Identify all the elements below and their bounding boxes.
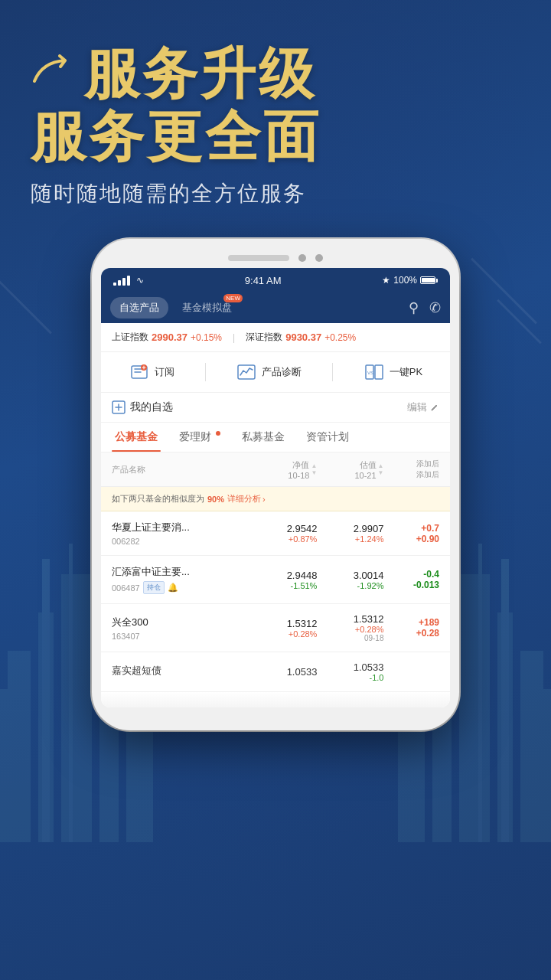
signal-bars [113,275,130,286]
th-nav: 净值 10-18 ▲ ▼ [250,459,317,480]
status-bar: ∿ 9:41 AM ★ 100% [101,268,450,292]
battery-tip [436,279,438,283]
nav-icons: ⚲ ✆ [409,299,441,316]
favorites-header: 我的自选 编辑 [101,393,450,423]
fund-est-4: 1.0533 -1.0 [317,662,383,682]
header-section: 服务升级 服务更全面 随时随地随需的全方位服务 [0,0,551,224]
fund-code-1: 006282 [112,537,140,546]
status-left: ∿ [113,275,144,286]
est-sort-arrows[interactable]: ▲ ▼ [378,463,384,476]
nav-tab-zixuan[interactable]: 自选产品 [110,297,168,318]
signal-bar-4 [127,276,130,286]
diagnose-icon [236,361,257,383]
search-icon[interactable]: ⚲ [409,299,419,316]
phone-bottom-fade [101,692,450,707]
sz-index: 深证指数 9930.37 +0.25% [246,331,356,344]
fund-name-1: 华夏上证主要消... [112,521,250,534]
subscribe-icon [129,361,150,383]
cat-tab-simu[interactable]: 私募基金 [239,423,288,452]
fund-code-row-1: 006282 [112,537,250,546]
nav-tab-jijin[interactable]: 基金模拟盘 NEW [173,297,241,318]
fund-code-2: 006487 [112,583,140,593]
hero-title-row2: 服务更全面 [31,109,520,164]
similarity-notice: 如下两只基金的相似度为 90% 详细分析 › [101,487,450,511]
fund-info-1: 华夏上证主要消... 006282 [112,521,250,546]
fund-list: 华夏上证主要消... 006282 2.9542 +0.87% 2.9907 +… [101,511,450,692]
fund-name-3: 兴全300 [112,616,250,629]
fund-est-1: 2.9907 +1.24% [317,523,383,544]
fund-row-2[interactable]: 汇添富中证主要... 006487 持仓 🔔 2.9448 -1.51% 3.0… [101,556,450,604]
fund-name-4: 嘉实超短债 [112,664,250,678]
sh-index-name: 上证指数 [112,331,148,344]
hero-title-line2: 服务更全面 [31,106,321,167]
svg-rect-20 [375,365,383,379]
fund-info-3: 兴全300 163407 [112,616,250,641]
fund-nav-2: 2.9448 -1.51% [250,570,317,590]
app-nav: 自选产品 基金模拟盘 NEW ⚲ ✆ [101,292,450,323]
aili-dot [216,431,220,436]
battery-pct: 100% [393,275,417,286]
star-icon [112,400,126,414]
similarity-link[interactable]: 详细分析 › [227,493,266,505]
sz-index-name: 深证指数 [246,331,282,344]
subscribe-label: 订阅 [155,365,174,379]
quick-actions: 订阅 产品诊断 VS 一键PK [101,352,450,393]
signal-bar-1 [113,283,116,286]
action-subscribe[interactable]: 订阅 [129,361,174,383]
fund-info-2: 汇添富中证主要... 006487 持仓 🔔 [112,565,250,594]
wifi-icon: ∿ [136,275,144,286]
hero-title-row1: 服务升级 [31,46,520,101]
fund-nav-3: 1.5312 +0.28% [250,618,317,639]
fund-code-3: 163407 [112,632,140,641]
th-product-name: 产品名称 [112,464,250,475]
similarity-text: 如下两只基金的相似度为 [112,493,204,505]
cat-tab-aili[interactable]: 爱理财 [176,423,223,452]
hold-badge-2: 持仓 [143,581,165,594]
sh-index-change: +0.15% [191,332,222,343]
signal-bar-2 [118,280,121,286]
phone-mockup: ∿ 9:41 AM ★ 100% [92,239,459,730]
battery-icon [420,276,438,284]
hero-title-line1: 服务升级 [84,46,317,101]
table-header: 产品名称 净值 10-18 ▲ ▼ 估值 10-21 [101,452,450,487]
new-badge: NEW [223,294,243,302]
pk-icon: VS [364,361,385,383]
nav-tabs: 自选产品 基金模拟盘 NEW [110,297,241,318]
svg-text:VS: VS [367,371,373,375]
cat-tab-gongmu[interactable]: 公募基金 [112,423,161,452]
bluetooth-icon: ★ [382,275,390,286]
edit-button[interactable]: 编辑 [407,400,439,414]
fund-add-1: +0.7 +0.90 [383,523,439,544]
fund-add-2: -0.4 -0.013 [383,569,439,590]
fund-est-2: 3.0014 -1.92% [317,570,383,590]
fund-row-4[interactable]: 嘉实超短债 1.0533 1.0533 -1.0 [101,652,450,692]
sh-index: 上证指数 2990.37 +0.15% [112,331,222,344]
speaker-grill [228,255,289,261]
fund-nav-1: 2.9542 +0.87% [250,523,317,544]
fund-row-3[interactable]: 兴全300 163407 1.5312 +0.28% 1.5312 +0.28%… [101,604,450,652]
diagnose-label: 产品诊断 [262,365,302,379]
status-time: 9:41 AM [245,275,282,286]
fund-code-row-3: 163407 [112,632,250,641]
favorites-title: 我的自选 [112,400,173,414]
nav-sort-arrows[interactable]: ▲ ▼ [311,463,317,476]
fund-name-2: 汇添富中证主要... [112,565,250,579]
similarity-pct: 90% [207,495,224,504]
sz-index-change: +0.25% [324,332,356,343]
battery-fill [422,278,435,283]
headset-icon[interactable]: ✆ [429,299,441,316]
category-tabs: 公募基金 爱理财 私募基金 资管计划 [101,423,450,452]
camera-dot-2 [315,254,323,262]
index-divider: | [233,332,235,343]
fund-code-row-2: 006487 持仓 🔔 [112,581,250,594]
action-pk[interactable]: VS 一键PK [364,361,422,383]
fund-info-4: 嘉实超短债 [112,664,250,680]
fund-row-1[interactable]: 华夏上证主要消... 006282 2.9542 +0.87% 2.9907 +… [101,511,450,556]
sz-index-value: 9930.37 [285,332,321,343]
cat-tab-ziguan[interactable]: 资管计划 [303,423,352,452]
fund-est-3: 1.5312 +0.28% 09-18 [317,613,383,642]
action-divider-2 [332,363,333,381]
phone-top-bar [101,254,450,262]
action-diagnose[interactable]: 产品诊断 [236,361,302,383]
sh-index-value: 2990.37 [152,332,187,343]
